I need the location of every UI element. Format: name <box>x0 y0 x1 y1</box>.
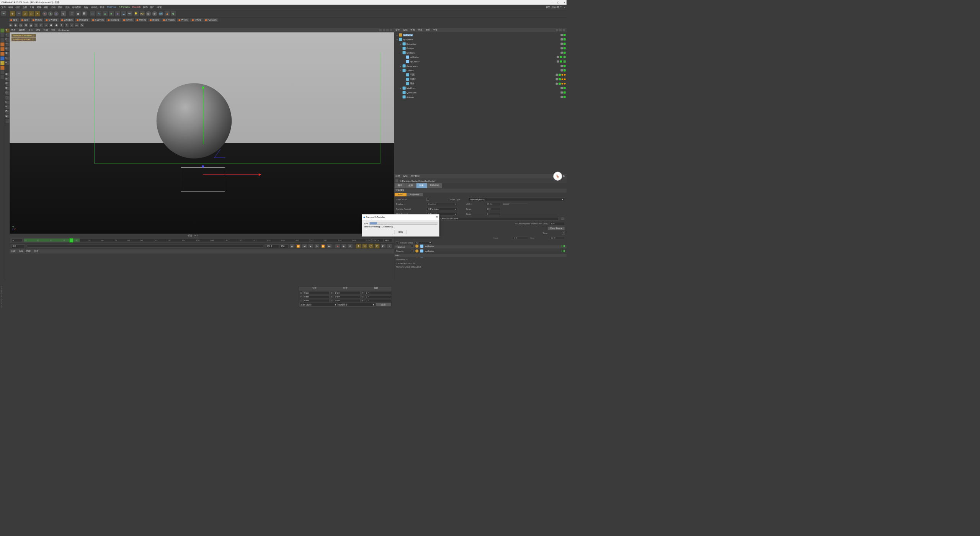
range-start[interactable]: 0 F <box>11 244 25 248</box>
layout-dropdown-icon[interactable]: ▾ <box>564 6 565 8</box>
tag-or[interactable] <box>564 78 566 80</box>
tree-row-1[interactable]: +xpSystem <box>395 37 566 42</box>
menu-xparticles[interactable]: X-Particles <box>119 6 130 9</box>
cached-item-0[interactable]: xpEmitter <box>411 243 565 248</box>
tree-expand-icon[interactable]: − <box>399 51 402 54</box>
prev-frame-button[interactable]: ◀ <box>302 243 307 248</box>
tag-bars[interactable] <box>563 56 566 58</box>
tree-expand-icon[interactable]: + <box>399 65 402 67</box>
tag3-icon[interactable]: QR <box>158 11 164 16</box>
t3-14[interactable]: ⋯ <box>75 23 79 28</box>
psr-icon[interactable]: PSR <box>139 11 145 16</box>
tag1-icon[interactable]: ◐ <box>145 11 151 16</box>
tag-g[interactable] <box>564 47 566 49</box>
tree-row-10[interactable]: 平面.1 <box>395 77 566 82</box>
tree-row-0[interactable]: −xpCache <box>395 33 566 38</box>
dialog-close-icon[interactable]: ✕ <box>436 216 438 218</box>
key-options-button[interactable]: ◎ <box>348 243 353 248</box>
cached-chk[interactable] <box>411 245 414 247</box>
attr-tab-3[interactable]: Inclusion <box>427 183 442 188</box>
minimize-icon[interactable]: — <box>551 1 554 3</box>
vtool-work-icon[interactable] <box>0 65 5 70</box>
vp-menu-4[interactable]: 过滤 <box>43 29 48 32</box>
light-icon[interactable]: 💡 <box>133 11 139 16</box>
attr-tab-1[interactable]: 坐标 <box>405 183 416 188</box>
tree-row-14[interactable]: Actions <box>395 95 566 99</box>
key-sound-button[interactable]: ♪ <box>387 243 392 248</box>
tree-label[interactable]: Questions <box>407 91 416 93</box>
tag-g[interactable] <box>559 78 561 80</box>
tree-row-5[interactable]: xpEmitter <box>395 55 566 59</box>
tag-or[interactable] <box>564 74 566 76</box>
select-tool[interactable]: ✥ <box>10 11 15 16</box>
tag-g[interactable] <box>564 34 566 36</box>
close-icon[interactable]: ✕ <box>564 1 565 3</box>
attr-tab-2[interactable]: 对象 <box>416 183 427 188</box>
size-Y[interactable]: 0 cm <box>334 295 361 298</box>
num-stop[interactable]: 79 F <box>549 236 565 240</box>
mat-tab-1[interactable]: 编辑 <box>19 250 23 253</box>
tag-g[interactable] <box>564 69 566 72</box>
attr-tab-0[interactable]: 基本 <box>395 183 405 188</box>
field-folder[interactable]: C:\Users\PC\Desktop\xpCache <box>426 217 559 221</box>
tab-playback[interactable]: Playback <box>407 193 423 196</box>
tag-bars[interactable] <box>563 60 566 63</box>
num-start[interactable]: 0 F <box>513 236 528 240</box>
tag-g[interactable] <box>559 74 561 76</box>
camera-icon[interactable]: 📷 <box>127 11 133 16</box>
vtool-model-icon[interactable] <box>0 33 5 38</box>
t3-10[interactable]: ⬣ <box>54 23 59 28</box>
num-scale2[interactable]: 1 <box>485 212 501 216</box>
tag-g[interactable] <box>564 96 566 98</box>
tab-build[interactable]: Build <box>395 193 407 196</box>
tag-g[interactable] <box>564 38 566 41</box>
t3-7[interactable]: ⊡ <box>39 23 44 28</box>
tree-row-3[interactable]: Groups <box>395 46 566 51</box>
tag-gr[interactable] <box>560 34 563 36</box>
field-tab-1[interactable]: 贝域 <box>20 18 30 22</box>
num-scale1[interactable]: 100 <box>485 207 501 211</box>
key-pos-button[interactable]: ✢ <box>356 243 361 248</box>
gizmo-y-axis[interactable] <box>203 87 203 144</box>
nurbs-icon[interactable]: ⬙ <box>102 11 108 16</box>
t3-9[interactable]: ⬢ <box>49 23 54 28</box>
menu-window[interactable]: 窗口 <box>150 6 155 9</box>
menu-tools[interactable]: 工具 <box>29 6 34 9</box>
tree-row-4[interactable]: −Emitters <box>395 51 566 55</box>
tag-gr[interactable] <box>557 60 559 63</box>
t3-1[interactable]: ⊞ <box>8 23 13 28</box>
next-key-button[interactable]: ⏩ <box>320 243 326 248</box>
vp-menu-2[interactable]: 显示 <box>28 29 33 32</box>
size-Z[interactable]: 0 cm <box>334 299 361 302</box>
vtool-xref-icon[interactable] <box>0 75 5 79</box>
vtool2-2[interactable]: ↖ <box>5 33 10 38</box>
prev-key-button[interactable]: ⏪ <box>296 243 301 248</box>
gizmo-x-axis[interactable] <box>203 174 260 175</box>
coord-size-drop[interactable]: 绝对尺寸▾ <box>338 303 375 306</box>
tag5-icon[interactable]: ✿ <box>170 11 176 16</box>
tree-row-6[interactable]: xpEmitter <box>395 59 566 64</box>
rotate-tool[interactable]: ◯ <box>28 11 34 16</box>
menu-pipeline[interactable]: 流水线 <box>91 6 97 9</box>
tag-g[interactable] <box>564 65 566 67</box>
play-button[interactable]: ▶ <box>308 243 314 248</box>
attr-nav-opt[interactable]: ⚙ <box>562 175 565 178</box>
om-menu-1[interactable]: 编辑 <box>403 29 408 32</box>
object-tree[interactable]: −xpCache+xpSystem+DynamicsGroups−Emitter… <box>394 32 567 174</box>
tree-row-12[interactable]: +Modifiers <box>395 86 566 90</box>
om-opt-2[interactable] <box>559 29 562 32</box>
vtool-poly-icon[interactable] <box>0 52 5 56</box>
tag-g[interactable] <box>560 60 562 63</box>
gizmo-origin[interactable] <box>202 165 204 168</box>
last-tool[interactable]: ✦ <box>34 11 40 16</box>
vtool-texture-icon[interactable] <box>0 38 5 42</box>
field-tab-13[interactable]: 公式域 <box>190 18 203 22</box>
chk-time[interactable] <box>562 232 565 234</box>
drop-particle-format[interactable]: X-Particles▾ <box>426 207 457 211</box>
deformer-icon[interactable]: ◈ <box>114 11 120 16</box>
vtool2-18[interactable]: ◪ <box>5 114 10 119</box>
tag-g[interactable] <box>564 92 566 94</box>
tag-gr[interactable] <box>560 52 563 54</box>
tree-label[interactable]: xpCache <box>403 34 413 36</box>
tag-or[interactable] <box>562 83 564 85</box>
